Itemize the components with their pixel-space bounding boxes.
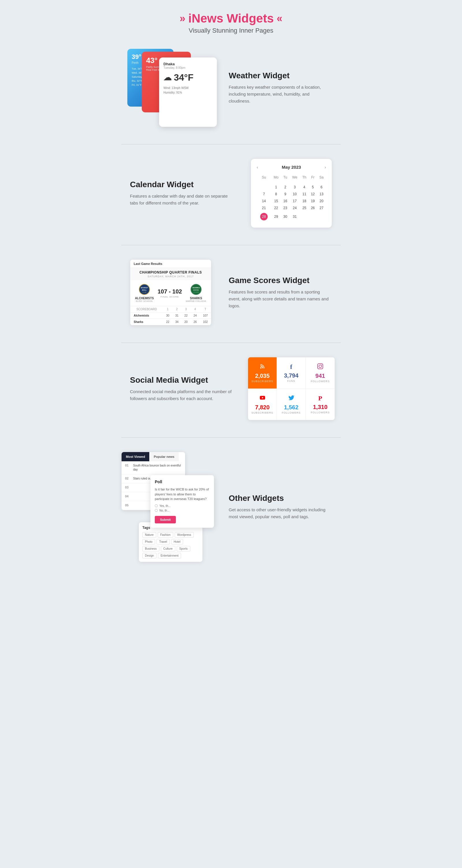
calendar-day-cell[interactable]: 2 (281, 184, 289, 191)
calendar-day-cell[interactable]: 6 (317, 184, 326, 191)
facebook-label: FANS (280, 379, 303, 382)
other-description: Get access to other user-friendly widget… (229, 506, 332, 520)
divider-4 (121, 437, 341, 438)
mv-tab-popular[interactable]: Popular news (149, 452, 179, 461)
calendar-day-cell (281, 181, 289, 184)
game-title-main: CHAMPIONSHIP QUARTER FINALS (133, 270, 209, 274)
tag-entertainment[interactable]: Entertainment (158, 553, 181, 558)
calendar-day-cell[interactable]: 22 (271, 205, 281, 211)
calendar-body: 1234567891011121314151617181920212223242… (257, 181, 326, 222)
cal-day-th: Th (300, 174, 309, 181)
calendar-today[interactable]: 28 (260, 213, 268, 220)
calendar-day-cell[interactable]: 12 (309, 191, 317, 197)
team2-school: MARINE COLLEGE (186, 300, 206, 303)
cal-day-mo: Mo (271, 174, 281, 181)
sb-col-4: 4 (191, 306, 200, 313)
sb-col-t: T (200, 306, 211, 313)
calendar-day-cell[interactable]: 9 (281, 191, 289, 197)
calendar-day-cell[interactable]: 26 (309, 205, 317, 211)
tag-business[interactable]: Business (142, 546, 159, 551)
mv-item-1: 01 South Africa bounce back on eventful … (122, 461, 185, 474)
tag-nature[interactable]: Nature (142, 532, 156, 537)
weather-widget: 39° ☀ Perth Tue, 34°F Wed, 38°F Saturday… (122, 49, 220, 127)
calendar-day-cell[interactable]: 30 (281, 211, 289, 222)
team1-school: ELRIC SCHOOL (135, 300, 154, 303)
poll-radio-no[interactable] (155, 509, 158, 512)
weather-front-city: Dhaka (163, 62, 212, 66)
calendar-day-cell[interactable]: 17 (290, 197, 300, 205)
social-cell-pinterest[interactable]: P 1,310 FOLLOWERS (306, 389, 335, 420)
calendar-day-cell[interactable]: 27 (317, 205, 326, 211)
tag-photo[interactable]: Photo (142, 539, 155, 545)
calendar-day-cell[interactable]: 15 (271, 197, 281, 205)
tag-sports[interactable]: Sports (177, 546, 190, 551)
other-widget-container-outer: Most Viewed Popular news 01 South Africa… (121, 452, 220, 562)
weather-section: 39° ☀ Perth Tue, 34°F Wed, 38°F Saturday… (121, 49, 341, 127)
calendar-day-cell[interactable]: 11 (300, 191, 309, 197)
social-section: 2,035 SUBSCRIBERS f 3,794 FANS 94 (121, 357, 341, 420)
chevron-right-decoration: « (276, 12, 283, 25)
calendar-day-cell[interactable]: 10 (290, 191, 300, 197)
tag-hotel[interactable]: Hotel (171, 539, 183, 545)
sb-col-1: 1 (163, 306, 172, 313)
calendar-day-cell[interactable]: 23 (281, 205, 289, 211)
team2-name: SHARKS (186, 297, 206, 300)
svg-point-8 (260, 367, 262, 369)
weather-section-text: Weather Widget Features key weather comp… (220, 65, 341, 110)
tag-travel[interactable]: Travel (157, 539, 169, 545)
team1-name: ALCHEMISTS (135, 297, 154, 300)
svg-text:CLUB: CLUB (142, 291, 146, 293)
calendar-day-cell[interactable]: 14 (257, 197, 271, 205)
poll-submit-button[interactable]: Submit (155, 516, 176, 523)
calendar-day-cell[interactable]: 3 (290, 184, 300, 191)
calendar-day-cell[interactable]: 20 (317, 197, 326, 205)
social-cell-instagram[interactable]: 941 FOLLOWERS (306, 357, 335, 389)
svg-text:COLLEGE: COLLEGE (193, 291, 199, 293)
sb-col-2: 2 (172, 306, 182, 313)
calendar-day-cell[interactable]: 7 (257, 191, 271, 197)
poll-option-no[interactable]: No, th... (155, 509, 210, 512)
twitter-count: 1,562 (280, 404, 303, 411)
tag-culture[interactable]: Culture (161, 546, 175, 551)
calendar-day-cell[interactable]: 13 (317, 191, 326, 197)
calendar-day-cell[interactable]: 31 (290, 211, 300, 222)
mv-tab-most-viewed[interactable]: Most Viewed (122, 452, 149, 461)
poll-radio-yes[interactable] (155, 504, 158, 507)
calendar-day-cell[interactable]: 18 (300, 197, 309, 205)
social-cell-youtube[interactable]: 7,820 SUBSCRIBERS (248, 389, 277, 420)
calendar-day-cell[interactable]: 25 (300, 205, 309, 211)
calendar-day-cell[interactable]: 4 (300, 184, 309, 191)
calendar-prev-button[interactable]: ‹ (257, 165, 258, 169)
social-cell-twitter[interactable]: 1,562 FOLLOWERS (277, 389, 306, 420)
social-section-text: Social Media Widget Connected social med… (121, 370, 242, 408)
calendar-day-cell[interactable]: 21 (257, 205, 271, 211)
tag-design[interactable]: Design (142, 553, 157, 558)
instagram-count: 941 (309, 373, 332, 379)
other-title: Other Widgets (229, 494, 332, 503)
calendar-day-cell[interactable]: 5 (309, 184, 317, 191)
other-section: Most Viewed Popular news 01 South Africa… (121, 452, 341, 562)
calendar-day-cell[interactable]: 24 (290, 205, 300, 211)
poll-question: Is it fair for the WICB to ask for 20% o… (155, 487, 210, 501)
svg-text:BALL: BALL (142, 289, 147, 291)
calendar-day-cell[interactable]: 8 (271, 191, 281, 197)
calendar-next-button[interactable]: › (325, 165, 326, 169)
social-title: Social Media Widget (130, 375, 233, 385)
social-cell-rss[interactable]: 2,035 SUBSCRIBERS (248, 357, 277, 389)
tag-fashion[interactable]: Fashion (158, 532, 173, 537)
poll-option-yes[interactable]: Yes, th... (155, 504, 210, 507)
rss-label: SUBSCRIBERS (251, 380, 274, 383)
calendar-day-cell[interactable]: 19 (309, 197, 317, 205)
calendar-title: Calendar Widget (130, 180, 233, 189)
calendar-day-cell[interactable]: 1 (271, 184, 281, 191)
calendar-day-cell[interactable]: 16 (281, 197, 289, 205)
calendar-day-cell (317, 211, 326, 222)
game-title-sub: SATURDAY, MARCH 24TH, 2017 (133, 275, 209, 278)
social-cell-facebook[interactable]: f 3,794 FANS (277, 357, 306, 389)
tag-wordpress[interactable]: Wordpress (175, 532, 194, 537)
calendar-widget: ‹ May 2023 › Su Mo Tu We Th Fr Sa (251, 159, 332, 228)
divider-1 (121, 144, 341, 145)
calendar-day-cell[interactable]: 29 (271, 211, 281, 222)
calendar-day-cell[interactable]: 28 (257, 211, 271, 222)
weather-widget-container: 39° ☀ Perth Tue, 34°F Wed, 38°F Saturday… (121, 49, 220, 127)
